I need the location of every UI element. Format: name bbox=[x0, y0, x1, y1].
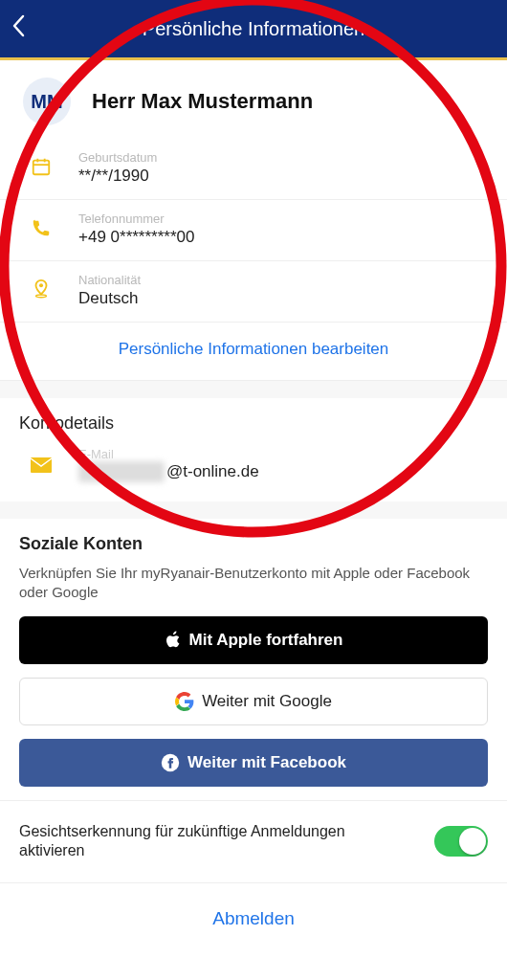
email-value: @t-online.de bbox=[78, 461, 259, 482]
user-summary: MM Herr Max Mustermann bbox=[0, 60, 507, 139]
apple-logo-icon bbox=[165, 631, 182, 650]
avatar: MM bbox=[23, 78, 71, 125]
google-button-label: Weiter mit Google bbox=[202, 692, 332, 711]
user-display-name: Herr Max Mustermann bbox=[92, 89, 313, 114]
row-email: E-Mail @t-online.de bbox=[0, 441, 507, 501]
mail-icon bbox=[27, 457, 55, 474]
nationality-label: Nationalität bbox=[78, 273, 141, 287]
phone-value: +49 0*********00 bbox=[78, 228, 194, 247]
facebook-button-label: Weiter mit Facebook bbox=[187, 753, 346, 772]
email-suffix: @t-online.de bbox=[166, 462, 259, 481]
continue-with-apple-button[interactable]: Mit Apple fortfahren bbox=[19, 616, 488, 664]
google-logo-icon bbox=[175, 692, 194, 711]
continue-with-google-button[interactable]: Weiter mit Google bbox=[19, 678, 488, 725]
header-bar: Persönliche Informationen bbox=[0, 0, 507, 57]
email-redacted bbox=[78, 461, 165, 482]
faceid-label: Gesichtserkennung für zukünftige Anmeldu… bbox=[19, 822, 364, 862]
svg-rect-0 bbox=[33, 161, 50, 175]
continue-with-facebook-button[interactable]: Weiter mit Facebook bbox=[19, 739, 488, 787]
phone-icon bbox=[27, 217, 55, 238]
section-divider bbox=[0, 501, 507, 519]
row-phone: Telefonnummer +49 0*********00 bbox=[0, 200, 507, 261]
screen: Persönliche Informationen MM Herr Max Mu… bbox=[0, 0, 507, 980]
faceid-toggle[interactable] bbox=[434, 826, 488, 857]
svg-point-4 bbox=[39, 283, 43, 287]
email-label: E-Mail bbox=[78, 447, 259, 461]
toggle-knob bbox=[459, 828, 486, 855]
row-birthdate: Geburtsdatum **/**/1990 bbox=[0, 139, 507, 200]
apple-button-label: Mit Apple fortfahren bbox=[189, 631, 343, 650]
birthdate-label: Geburtsdatum bbox=[78, 150, 157, 165]
section-divider bbox=[0, 381, 507, 398]
social-section-title: Soziale Konten bbox=[0, 519, 507, 562]
phone-label: Telefonnummer bbox=[78, 212, 194, 226]
location-pin-icon bbox=[27, 278, 55, 300]
svg-rect-6 bbox=[31, 457, 52, 473]
facebook-logo-icon bbox=[161, 753, 180, 772]
social-section-sub: Verknüpfen Sie Ihr myRyanair-Benutzerkon… bbox=[0, 562, 507, 616]
back-chevron-icon[interactable] bbox=[11, 14, 25, 44]
account-section-title: Kontodetails bbox=[0, 398, 507, 441]
row-nationality: Nationalität Deutsch bbox=[0, 261, 507, 323]
edit-personal-info-link[interactable]: Persönliche Informationen bearbeiten bbox=[0, 323, 507, 381]
logout-link[interactable]: Abmelden bbox=[0, 883, 507, 954]
svg-point-5 bbox=[36, 295, 47, 298]
faceid-row: Gesichtserkennung für zukünftige Anmeldu… bbox=[0, 800, 507, 884]
content: MM Herr Max Mustermann Geburtsdatum **/*… bbox=[0, 60, 507, 980]
calendar-icon bbox=[27, 156, 55, 177]
birthdate-value: **/**/1990 bbox=[78, 167, 157, 186]
nationality-value: Deutsch bbox=[78, 289, 141, 308]
page-title: Persönliche Informationen bbox=[143, 18, 364, 40]
